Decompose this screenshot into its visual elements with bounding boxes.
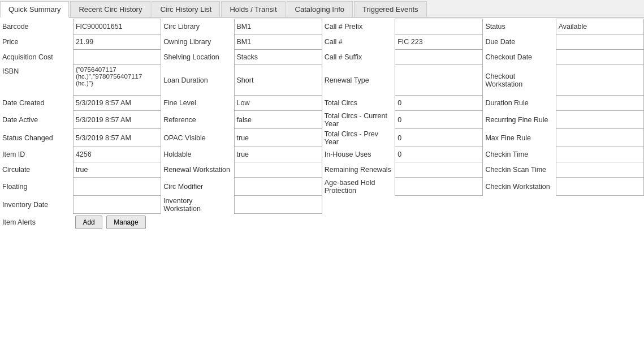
table-row: Status Changed 5/3/2019 8:57 AM OPAC Vis… xyxy=(0,129,644,147)
due-date-label: Due Date xyxy=(483,35,556,50)
inventory-workstation-label: Inventory Workstation xyxy=(161,196,234,214)
inventory-date-label: Inventory Date xyxy=(0,196,73,214)
date-created-value[interactable]: 5/3/2019 8:57 AM xyxy=(73,96,161,111)
call-num-label: Call # xyxy=(322,35,395,50)
shelving-location-label: Shelving Location xyxy=(161,50,234,65)
item-alerts-label: Item Alerts xyxy=(0,214,73,231)
age-based-value[interactable] xyxy=(395,178,483,196)
status-changed-label: Status Changed xyxy=(0,129,73,147)
fine-level-value[interactable]: Low xyxy=(234,96,322,111)
table-row: Floating Circ Modifier Age-based Hold Pr… xyxy=(0,178,644,196)
circulate-value[interactable]: true xyxy=(73,162,161,178)
max-fine-rule-value[interactable] xyxy=(556,129,643,147)
status-value[interactable]: Available xyxy=(556,19,643,35)
tab-recent-circ-history[interactable]: Recent Circ History xyxy=(70,1,150,17)
item-id-value[interactable]: 4256 xyxy=(73,147,161,162)
loan-duration-label: Loan Duration xyxy=(161,65,234,96)
tabs-bar: Quick Summary Recent Circ History Circ H… xyxy=(0,0,644,18)
checkout-workstation-value[interactable] xyxy=(556,65,643,96)
circ-library-value[interactable]: BM1 xyxy=(234,19,322,35)
max-fine-rule-label: Max Fine Rule xyxy=(483,129,556,147)
table-row: Date Active 5/3/2019 8:57 AM Reference f… xyxy=(0,111,644,129)
circulate-label: Circulate xyxy=(0,162,73,178)
table-row: Price 21.99 Owning Library BM1 Call # FI… xyxy=(0,35,644,50)
total-circs-current-year-value[interactable]: 0 xyxy=(395,111,483,129)
isbn-value[interactable]: {"0756407117 (hc.)","9780756407117 (hc.)… xyxy=(73,65,161,96)
status-label: Status xyxy=(483,19,556,35)
table-row: Inventory Date Inventory Workstation xyxy=(0,196,644,214)
in-house-uses-value[interactable]: 0 xyxy=(395,147,483,162)
total-circs-prev-year-label: Total Circs - Prev Year xyxy=(322,129,395,147)
circ-modifier-value[interactable] xyxy=(234,178,322,196)
owning-library-value[interactable]: BM1 xyxy=(234,35,322,50)
main-content: Barcode FIC900001651 Circ Library BM1 Ca… xyxy=(0,18,644,232)
table-row: ISBN {"0756407117 (hc.)","9780756407117 … xyxy=(0,65,644,96)
fields-table: Barcode FIC900001651 Circ Library BM1 Ca… xyxy=(0,19,644,231)
barcode-label: Barcode xyxy=(0,19,73,35)
add-button[interactable]: Add xyxy=(75,216,102,229)
call-num-value[interactable]: FIC 223 xyxy=(395,35,483,50)
checkin-workstation-label: Checkin Workstation xyxy=(483,178,556,196)
opac-visible-value[interactable]: true xyxy=(234,129,322,147)
inventory-date-value[interactable] xyxy=(73,196,161,214)
call-suffix-value[interactable] xyxy=(395,50,483,65)
age-based-label: Age-based Hold Protection xyxy=(322,178,395,196)
reference-label: Reference xyxy=(161,111,234,129)
checkout-date-label: Checkout Date xyxy=(483,50,556,65)
total-circs-label: Total Circs xyxy=(322,96,395,111)
tab-quick-summary[interactable]: Quick Summary xyxy=(0,1,69,18)
call-prefix-value[interactable] xyxy=(395,19,483,35)
opac-visible-label: OPAC Visible xyxy=(161,129,234,147)
isbn-label: ISBN xyxy=(0,65,73,96)
shelving-location-value[interactable]: Stacks xyxy=(234,50,322,65)
due-date-value[interactable] xyxy=(556,35,643,50)
total-circs-value[interactable]: 0 xyxy=(395,96,483,111)
recurring-fine-rule-value[interactable] xyxy=(556,111,643,129)
status-changed-value[interactable]: 5/3/2019 8:57 AM xyxy=(73,129,161,147)
table-row: Circulate true Renewal Workstation Remai… xyxy=(0,162,644,178)
holdable-label: Holdable xyxy=(161,147,234,162)
in-house-uses-label: In-House Uses xyxy=(322,147,395,162)
price-value[interactable]: 21.99 xyxy=(73,35,161,50)
barcode-value[interactable]: FIC900001651 xyxy=(73,19,161,35)
floating-value[interactable] xyxy=(73,178,161,196)
tab-circ-history-list[interactable]: Circ History List xyxy=(152,1,220,17)
table-row: Item ID 4256 Holdable true In-House Uses… xyxy=(0,147,644,162)
floating-label: Floating xyxy=(0,178,73,196)
duration-rule-value[interactable] xyxy=(556,96,643,111)
renewal-workstation-label: Renewal Workstation xyxy=(161,162,234,178)
table-row: Item Alerts Add Manage xyxy=(0,214,644,231)
circ-modifier-label: Circ Modifier xyxy=(161,178,234,196)
fine-level-label: Fine Level xyxy=(161,96,234,111)
table-row: Barcode FIC900001651 Circ Library BM1 Ca… xyxy=(0,19,644,35)
holdable-value[interactable]: true xyxy=(234,147,322,162)
checkin-workstation-value[interactable] xyxy=(556,178,643,196)
reference-value[interactable]: false xyxy=(234,111,322,129)
renewal-type-label: Renewal Type xyxy=(322,65,395,96)
tab-cataloging-info[interactable]: Cataloging Info xyxy=(287,1,353,17)
owning-library-label: Owning Library xyxy=(161,35,234,50)
tab-holds-transit[interactable]: Holds / Transit xyxy=(221,1,285,17)
checkout-date-value[interactable] xyxy=(556,50,643,65)
checkin-scan-time-value[interactable] xyxy=(556,162,643,178)
manage-button[interactable]: Manage xyxy=(106,216,145,229)
price-label: Price xyxy=(0,35,73,50)
date-active-label: Date Active xyxy=(0,111,73,129)
item-id-label: Item ID xyxy=(0,147,73,162)
total-circs-prev-year-value[interactable]: 0 xyxy=(395,129,483,147)
remaining-renewals-value[interactable] xyxy=(395,162,483,178)
call-prefix-label: Call # Prefix xyxy=(322,19,395,35)
checkin-time-value[interactable] xyxy=(556,147,643,162)
total-circs-current-year-label: Total Circs - Current Year xyxy=(322,111,395,129)
acq-cost-value[interactable] xyxy=(73,50,161,65)
date-active-value[interactable]: 5/3/2019 8:57 AM xyxy=(73,111,161,129)
checkout-workstation-label: Checkout Workstation xyxy=(483,65,556,96)
inventory-workstation-value[interactable] xyxy=(234,196,322,214)
renewal-type-value[interactable] xyxy=(395,65,483,96)
checkin-time-label: Checkin Time xyxy=(483,147,556,162)
table-row: Date Created 5/3/2019 8:57 AM Fine Level… xyxy=(0,96,644,111)
renewal-workstation-value[interactable] xyxy=(234,162,322,178)
recurring-fine-rule-label: Recurring Fine Rule xyxy=(483,111,556,129)
loan-duration-value[interactable]: Short xyxy=(234,65,322,96)
tab-triggered-events[interactable]: Triggered Events xyxy=(354,1,427,17)
